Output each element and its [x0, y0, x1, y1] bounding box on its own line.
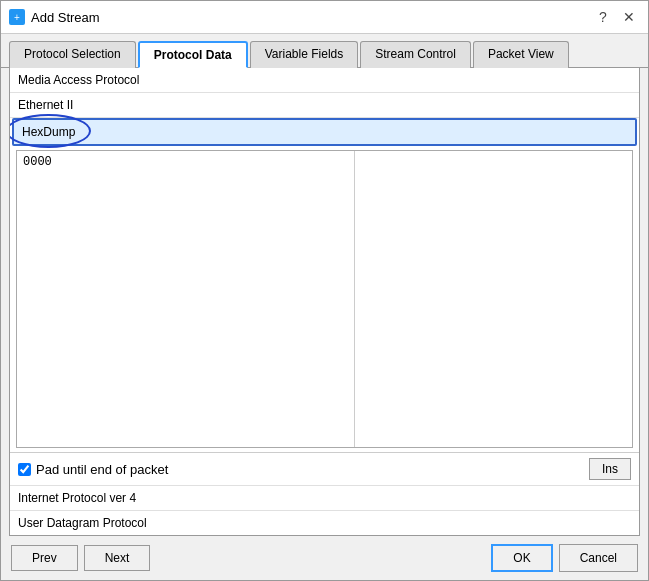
content-area: Media Access Protocol Ethernet II HexDum… — [9, 68, 640, 536]
main-area: Media Access Protocol Ethernet II HexDum… — [10, 68, 639, 535]
add-stream-window: + Add Stream ? ✕ Protocol Selection Prot… — [0, 0, 649, 581]
footer-action-buttons: OK Cancel — [491, 544, 638, 572]
hex-ascii[interactable] — [355, 151, 632, 447]
window-icon: + — [9, 9, 25, 25]
tab-protocol-selection[interactable]: Protocol Selection — [9, 41, 136, 68]
ins-button[interactable]: Ins — [589, 458, 631, 480]
pad-label: Pad until end of packet — [36, 462, 168, 477]
ok-button[interactable]: OK — [491, 544, 552, 572]
hex-editor-area[interactable]: 0000 — [16, 150, 633, 448]
hex-values[interactable]: 0000 — [17, 151, 355, 447]
tab-bar: Protocol Selection Protocol Data Variabl… — [1, 34, 648, 68]
cancel-button[interactable]: Cancel — [559, 544, 638, 572]
window-controls: ? ✕ — [592, 7, 640, 27]
protocol-internet[interactable]: Internet Protocol ver 4 — [10, 485, 639, 510]
help-button[interactable]: ? — [592, 7, 614, 27]
pad-checkbox-wrapper: Pad until end of packet — [18, 462, 168, 477]
protocol-media-access[interactable]: Media Access Protocol — [10, 68, 639, 93]
footer-nav-buttons: Prev Next — [11, 545, 150, 571]
pad-row: Pad until end of packet Ins — [10, 452, 639, 485]
pad-checkbox[interactable] — [18, 463, 31, 476]
hex-content: 0000 — [17, 151, 632, 447]
next-button[interactable]: Next — [84, 545, 151, 571]
footer: Prev Next OK Cancel — [1, 536, 648, 580]
protocol-udp[interactable]: User Datagram Protocol — [10, 510, 639, 535]
close-button[interactable]: ✕ — [618, 7, 640, 27]
protocol-hexdump[interactable]: HexDump — [12, 118, 637, 146]
tab-protocol-data[interactable]: Protocol Data — [138, 41, 248, 68]
tab-variable-fields[interactable]: Variable Fields — [250, 41, 358, 68]
tab-packet-view[interactable]: Packet View — [473, 41, 569, 68]
window-title: Add Stream — [31, 10, 586, 25]
protocol-ethernet-ii[interactable]: Ethernet II — [10, 93, 639, 118]
upper-protocol-list: Media Access Protocol Ethernet II HexDum… — [10, 68, 639, 146]
prev-button[interactable]: Prev — [11, 545, 78, 571]
title-bar: + Add Stream ? ✕ — [1, 1, 648, 34]
tab-stream-control[interactable]: Stream Control — [360, 41, 471, 68]
lower-protocol-list: Internet Protocol ver 4 User Datagram Pr… — [10, 485, 639, 535]
